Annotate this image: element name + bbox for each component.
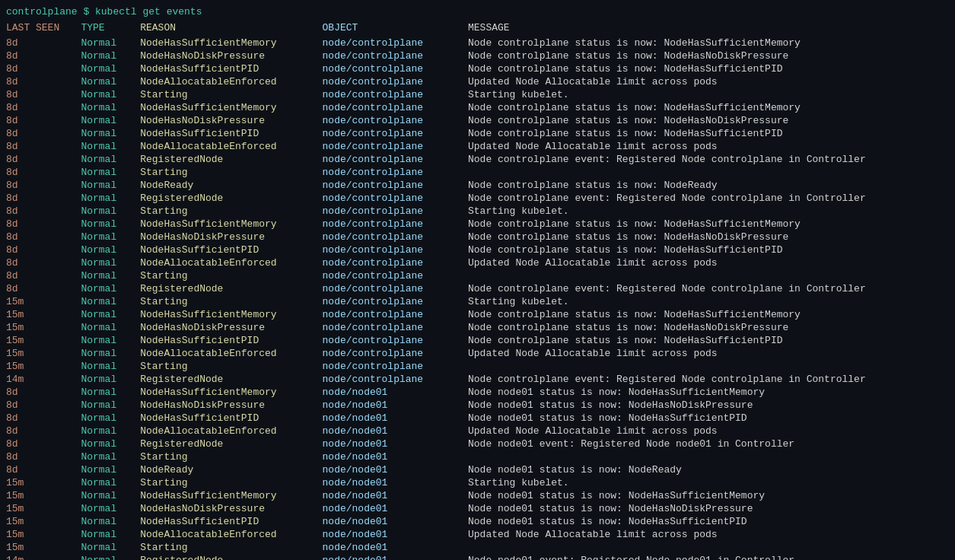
type-cell: Normal — [78, 373, 137, 386]
reason-cell: NodeHasSufficientPID — [137, 334, 319, 347]
reason-cell: NodeHasSufficientPID — [137, 62, 319, 75]
message-cell: Node controlplane status is now: NodeHas… — [465, 114, 952, 127]
table-row: 8dNormalNodeHasSufficientMemorynode/cont… — [3, 101, 952, 114]
header-message: MESSAGE — [465, 22, 952, 37]
last-seen-cell: 8d — [3, 88, 78, 101]
type-cell: Normal — [78, 489, 137, 502]
table-row: 8dNormalRegisteredNodenode/controlplaneN… — [3, 153, 952, 166]
object-cell: node/controlplane — [320, 269, 465, 282]
table-row: 8dNormalNodeHasSufficientMemorynode/cont… — [3, 37, 952, 49]
type-cell: Normal — [78, 49, 137, 62]
object-cell: node/controlplane — [320, 179, 465, 192]
reason-cell: NodeHasSufficientPID — [137, 412, 319, 425]
table-row: 15mNormalNodeHasNoDiskPressurenode/node0… — [3, 502, 952, 515]
reason-cell: Starting — [137, 295, 319, 308]
reason-cell: NodeHasNoDiskPressure — [137, 321, 319, 334]
message-cell — [465, 450, 952, 463]
message-cell — [465, 541, 952, 554]
object-cell: node/controlplane — [320, 166, 465, 179]
last-seen-cell: 15m — [3, 502, 78, 515]
message-cell: Node controlplane status is now: NodeHas… — [465, 37, 952, 49]
object-cell: node/node01 — [320, 399, 465, 412]
type-cell: Normal — [78, 114, 137, 127]
type-cell: Normal — [78, 554, 137, 560]
last-seen-cell: 8d — [3, 166, 78, 179]
object-cell: node/controlplane — [320, 49, 465, 62]
object-cell: node/node01 — [320, 463, 465, 476]
reason-cell: NodeReady — [137, 463, 319, 476]
reason-cell: RegisteredNode — [137, 373, 319, 386]
message-cell: Node controlplane event: Registered Node… — [465, 373, 952, 386]
table-row: 8dNormalNodeAllocatableEnforcednode/cont… — [3, 140, 952, 153]
message-cell: Starting kubelet. — [465, 476, 952, 489]
type-cell: Normal — [78, 231, 137, 243]
message-cell: Node controlplane status is now: NodeHas… — [465, 127, 952, 140]
message-cell: Node node01 status is now: NodeHasNoDisk… — [465, 502, 952, 515]
object-cell: node/controlplane — [320, 101, 465, 114]
type-cell: Normal — [78, 282, 137, 295]
header-reason: REASON — [137, 22, 319, 37]
message-cell: Starting kubelet. — [465, 295, 952, 308]
type-cell: Normal — [78, 166, 137, 179]
table-row: 15mNormalNodeAllocatableEnforcednode/con… — [3, 347, 952, 360]
table-row: 15mNormalNodeHasNoDiskPressurenode/contr… — [3, 321, 952, 334]
last-seen-cell: 8d — [3, 438, 78, 450]
last-seen-cell: 8d — [3, 114, 78, 127]
last-seen-cell: 15m — [3, 334, 78, 347]
reason-cell: Starting — [137, 269, 319, 282]
message-cell — [465, 269, 952, 282]
object-cell: node/controlplane — [320, 295, 465, 308]
type-cell: Normal — [78, 463, 137, 476]
type-cell: Normal — [78, 75, 137, 88]
reason-cell: NodeAllocatableEnforced — [137, 140, 319, 153]
reason-cell: NodeAllocatableEnforced — [137, 75, 319, 88]
message-cell: Node controlplane event: Registered Node… — [465, 192, 952, 205]
message-cell: Node node01 status is now: NodeHasSuffic… — [465, 412, 952, 425]
table-row: 8dNormalNodeHasNoDiskPressurenode/node01… — [3, 399, 952, 412]
object-cell: node/controlplane — [320, 62, 465, 75]
table-row: 8dNormalStartingnode/controlplaneStartin… — [3, 88, 952, 101]
last-seen-cell: 8d — [3, 425, 78, 438]
reason-cell: NodeHasNoDiskPressure — [137, 231, 319, 243]
table-row: 8dNormalNodeHasSufficientPIDnode/control… — [3, 62, 952, 75]
message-cell: Node controlplane status is now: NodeRea… — [465, 179, 952, 192]
object-cell: node/node01 — [320, 528, 465, 541]
table-row: 8dNormalNodeHasSufficientMemorynode/node… — [3, 386, 952, 399]
table-row: 15mNormalStartingnode/controlplane — [3, 360, 952, 373]
last-seen-cell: 8d — [3, 412, 78, 425]
last-seen-cell: 15m — [3, 541, 78, 554]
object-cell: node/controlplane — [320, 127, 465, 140]
object-cell: node/controlplane — [320, 256, 465, 269]
reason-cell: NodeHasSufficientMemory — [137, 218, 319, 231]
last-seen-cell: 8d — [3, 205, 78, 218]
object-cell: node/controlplane — [320, 308, 465, 321]
reason-cell: Starting — [137, 166, 319, 179]
reason-cell: RegisteredNode — [137, 192, 319, 205]
message-cell: Node node01 status is now: NodeHasNoDisk… — [465, 399, 952, 412]
object-cell: node/node01 — [320, 386, 465, 399]
message-cell: Node controlplane status is now: NodeHas… — [465, 308, 952, 321]
table-row: 8dNormalRegisteredNodenode/node01Node no… — [3, 438, 952, 450]
type-cell: Normal — [78, 295, 137, 308]
events-table: LAST SEEN TYPE REASON OBJECT MESSAGE 8dN… — [3, 22, 952, 560]
last-seen-cell: 8d — [3, 282, 78, 295]
reason-cell: Starting — [137, 541, 319, 554]
type-cell: Normal — [78, 425, 137, 438]
type-cell: Normal — [78, 243, 137, 256]
reason-cell: NodeAllocatableEnforced — [137, 425, 319, 438]
table-row: 8dNormalNodeHasSufficientMemorynode/cont… — [3, 218, 952, 231]
last-seen-cell: 8d — [3, 75, 78, 88]
type-cell: Normal — [78, 412, 137, 425]
message-cell: Starting kubelet. — [465, 88, 952, 101]
type-cell: Normal — [78, 321, 137, 334]
object-cell: node/controlplane — [320, 231, 465, 243]
table-row: 8dNormalNodeHasSufficientPIDnode/node01N… — [3, 412, 952, 425]
type-cell: Normal — [78, 140, 137, 153]
message-cell: Updated Node Allocatable limit across po… — [465, 425, 952, 438]
message-cell: Node node01 status is now: NodeHasSuffic… — [465, 515, 952, 528]
object-cell: node/node01 — [320, 489, 465, 502]
object-cell: node/controlplane — [320, 75, 465, 88]
type-cell: Normal — [78, 101, 137, 114]
message-cell: Starting kubelet. — [465, 205, 952, 218]
reason-cell: NodeReady — [137, 179, 319, 192]
